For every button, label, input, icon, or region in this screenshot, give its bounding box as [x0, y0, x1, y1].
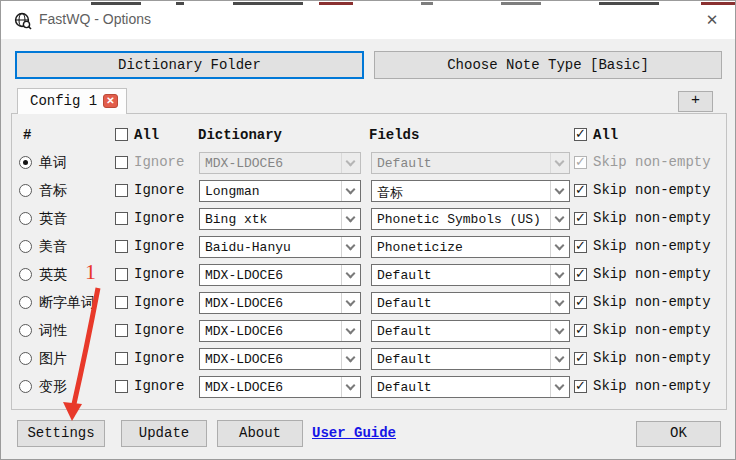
fields-select[interactable]: Phonetic Symbols (US)	[371, 208, 570, 230]
select-all-skip-checkbox[interactable]	[574, 128, 587, 141]
skip-non-empty-checkbox[interactable]	[574, 240, 587, 253]
about-button[interactable]: About	[217, 420, 303, 447]
dictionary-folder-button[interactable]: Dictionary Folder	[15, 51, 364, 79]
ignore-checkbox[interactable]	[115, 380, 128, 393]
table-row: 图片IgnoreMDX-LDOCE6DefaultSkip non-empty	[11, 345, 727, 373]
ignore-checkbox[interactable]	[115, 268, 128, 281]
skip-non-empty-label: Skip non-empty	[593, 266, 711, 282]
row-label: 变形	[39, 378, 67, 396]
ignore-label: Ignore	[134, 210, 184, 226]
row-radio[interactable]	[19, 184, 32, 197]
skip-non-empty-label: Skip non-empty	[593, 350, 711, 366]
skip-non-empty-label: Skip non-empty	[593, 322, 711, 338]
skip-non-empty-checkbox[interactable]	[574, 184, 587, 197]
row-radio[interactable]	[19, 352, 32, 365]
table-row: 音标IgnoreLongman音标Skip non-empty	[11, 177, 727, 205]
update-button[interactable]: Update	[121, 420, 207, 447]
dictionary-select[interactable]: MDX-LDOCE6	[199, 320, 361, 342]
dictionary-select[interactable]: Bing xtk	[199, 208, 361, 230]
close-window-button[interactable]: ✕	[701, 9, 723, 31]
chevron-down-icon[interactable]	[550, 265, 569, 285]
fields-select[interactable]: 音标	[371, 180, 570, 202]
user-guide-link[interactable]: User Guide	[312, 425, 396, 441]
chevron-down-icon[interactable]	[550, 293, 569, 313]
table-row: 单词IgnoreMDX-LDOCE6DefaultSkip non-empty	[11, 149, 727, 177]
fields-select[interactable]: Default	[371, 376, 570, 398]
row-radio[interactable]	[19, 380, 32, 393]
ignore-checkbox[interactable]	[115, 184, 128, 197]
dictionary-select[interactable]: MDX-LDOCE6	[199, 264, 361, 286]
fields-select[interactable]: Default	[371, 264, 570, 286]
chevron-down-icon[interactable]	[550, 349, 569, 369]
chevron-down-icon[interactable]	[341, 377, 360, 397]
row-label: 图片	[39, 350, 67, 368]
skip-non-empty-checkbox[interactable]	[574, 212, 587, 225]
chevron-down-icon[interactable]	[550, 209, 569, 229]
column-header-fields: Fields	[369, 127, 419, 143]
chevron-down-icon[interactable]	[341, 181, 360, 201]
chevron-down-icon[interactable]	[341, 265, 360, 285]
row-radio[interactable]	[19, 156, 32, 169]
row-radio[interactable]	[19, 212, 32, 225]
chevron-down-icon[interactable]	[341, 293, 360, 313]
fields-select[interactable]: Default	[371, 320, 570, 342]
skip-non-empty-label: Skip non-empty	[593, 238, 711, 254]
dictionary-select[interactable]: Longman	[199, 180, 361, 202]
title-bar: FastWQ - Options ✕	[1, 1, 735, 39]
chevron-down-icon[interactable]	[550, 153, 569, 173]
chevron-down-icon[interactable]	[550, 237, 569, 257]
ok-button[interactable]: OK	[636, 421, 721, 447]
row-radio[interactable]	[19, 296, 32, 309]
dictionary-select[interactable]: MDX-LDOCE6	[199, 376, 361, 398]
settings-button[interactable]: Settings	[17, 420, 105, 447]
ignore-checkbox[interactable]	[115, 296, 128, 309]
table-row: 美音IgnoreBaidu-HanyuPhoneticizeSkip non-e…	[11, 233, 727, 261]
chevron-down-icon[interactable]	[550, 377, 569, 397]
window-title: FastWQ - Options	[39, 11, 151, 27]
table-row: 英音IgnoreBing xtkPhonetic Symbols (US)Ski…	[11, 205, 727, 233]
add-config-tab-button[interactable]: +	[678, 91, 713, 112]
tab-close-icon[interactable]: ✕	[103, 94, 118, 108]
skip-non-empty-checkbox[interactable]	[574, 352, 587, 365]
table-row: 断字单词IgnoreMDX-LDOCE6DefaultSkip non-empt…	[11, 289, 727, 317]
chevron-down-icon[interactable]	[341, 209, 360, 229]
chevron-down-icon[interactable]	[550, 181, 569, 201]
ignore-checkbox[interactable]	[115, 212, 128, 225]
row-radio[interactable]	[19, 240, 32, 253]
ignore-checkbox[interactable]	[115, 352, 128, 365]
dictionary-select[interactable]: MDX-LDOCE6	[199, 152, 361, 174]
skip-non-empty-label: Skip non-empty	[593, 378, 711, 394]
skip-non-empty-checkbox[interactable]	[574, 296, 587, 309]
ignore-checkbox[interactable]	[115, 156, 128, 169]
chevron-down-icon[interactable]	[341, 349, 360, 369]
dictionary-select[interactable]: MDX-LDOCE6	[199, 348, 361, 370]
skip-non-empty-checkbox[interactable]	[574, 380, 587, 393]
select-all-ignore-checkbox[interactable]	[115, 128, 128, 141]
background-window-remnant	[599, 2, 659, 5]
skip-non-empty-checkbox[interactable]	[574, 268, 587, 281]
row-radio[interactable]	[19, 268, 32, 281]
row-radio[interactable]	[19, 324, 32, 337]
column-header-all-right: All	[593, 127, 618, 143]
background-window-remnant	[501, 2, 541, 5]
dictionary-select[interactable]: Baidu-Hanyu	[199, 236, 361, 258]
fields-select[interactable]: Phoneticize	[371, 236, 570, 258]
chevron-down-icon[interactable]	[550, 321, 569, 341]
column-header-dictionary: Dictionary	[198, 127, 282, 143]
fields-select[interactable]: Default	[371, 152, 570, 174]
fields-select[interactable]: Default	[371, 292, 570, 314]
choose-note-type-button[interactable]: Choose Note Type [Basic]	[374, 51, 722, 79]
chevron-down-icon[interactable]	[341, 321, 360, 341]
ignore-checkbox[interactable]	[115, 240, 128, 253]
skip-non-empty-checkbox[interactable]	[574, 324, 587, 337]
tab-config-1[interactable]: Config 1 ✕	[17, 88, 127, 114]
chevron-down-icon[interactable]	[341, 237, 360, 257]
chevron-down-icon[interactable]	[341, 153, 360, 173]
skip-non-empty-checkbox[interactable]	[574, 156, 587, 169]
row-label: 英英	[39, 266, 67, 284]
dictionary-select[interactable]: MDX-LDOCE6	[199, 292, 361, 314]
ignore-label: Ignore	[134, 378, 184, 394]
ignore-checkbox[interactable]	[115, 324, 128, 337]
row-label: 音标	[39, 182, 67, 200]
fields-select[interactable]: Default	[371, 348, 570, 370]
